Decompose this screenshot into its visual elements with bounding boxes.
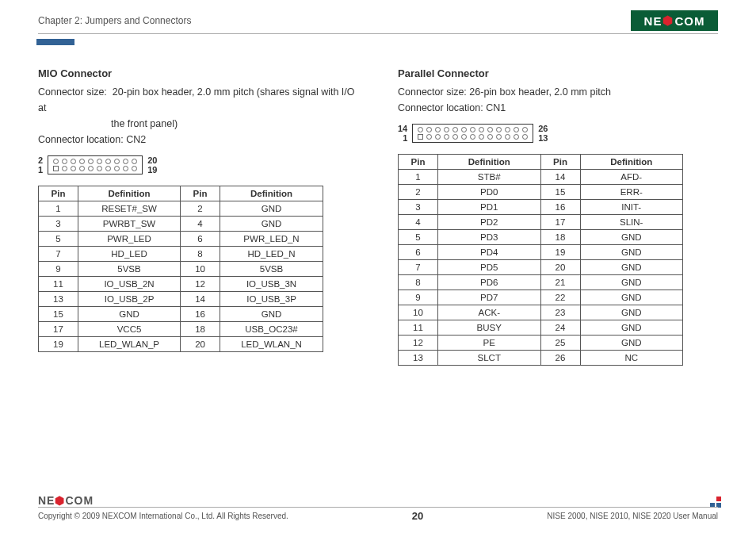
cell: 23 [540, 305, 580, 320]
parallel-desc: Connector size: 26-pin box header, 2.0 m… [398, 84, 718, 116]
cell: 24 [540, 320, 580, 336]
cell: 14 [540, 170, 580, 185]
pin-circle [452, 127, 458, 132]
cell: PD3 [438, 230, 541, 245]
par-diag-tr: 26 [538, 124, 548, 133]
cell: 17 [39, 322, 78, 337]
cell: HD_LED [78, 247, 181, 262]
parallel-diagram: 14 1 26 13 [398, 124, 718, 143]
cell: IO_USB_2P [78, 292, 181, 307]
cell: 13 [399, 351, 438, 366]
th-pin2: Pin [181, 186, 220, 201]
cell: PD5 [438, 260, 541, 275]
cell: VCC5 [78, 322, 181, 337]
cell: 15 [39, 307, 78, 322]
pin-circle [88, 166, 94, 171]
cell: GND [220, 217, 323, 232]
mio-size-label: Connector size: [38, 86, 107, 98]
pin-square [53, 166, 59, 171]
cell: RESET#_SW [78, 201, 181, 217]
cell: GND [580, 275, 683, 290]
pin-circle [522, 134, 528, 140]
table-row: 11IO_USB_2N12IO_USB_3N [39, 277, 323, 292]
pin-circle [461, 127, 467, 132]
pin-circle [479, 134, 484, 140]
table-row: 15GND16GND [39, 307, 323, 322]
cell: 19 [540, 245, 580, 260]
cell: 15 [540, 185, 580, 200]
cell: 13 [39, 292, 78, 307]
pin-circle [514, 134, 519, 140]
cell: 6 [399, 245, 438, 260]
mio-diag-br: 19 [147, 165, 157, 174]
cell: GND [580, 320, 683, 336]
parallel-table: Pin Definition Pin Definition 1STB#14AFD… [398, 154, 683, 366]
cell: INIT- [580, 200, 683, 215]
table-row: 1STB#14AFD- [399, 170, 683, 185]
cell: 5VSB [220, 262, 323, 277]
cell: 5VSB [78, 262, 181, 277]
parallel-pinbox [412, 124, 533, 143]
th-pin: Pin [399, 155, 438, 170]
cell: 11 [39, 277, 78, 292]
table-row: 10ACK-23GND [399, 305, 683, 320]
cell: 22 [540, 290, 580, 305]
th-def: Definition [78, 186, 181, 201]
table-row: 13IO_USB_2P14IO_USB_3P [39, 292, 323, 307]
parallel-title: Parallel Connector [398, 67, 718, 79]
accent-bar [36, 39, 74, 45]
cell: NC [580, 351, 683, 366]
right-column: Parallel Connector Connector size: 26-pi… [398, 67, 718, 366]
pin-circle [79, 159, 85, 164]
pin-circle [62, 166, 67, 171]
table-row: 4PD217SLIN- [399, 215, 683, 230]
th-pin2: Pin [540, 155, 580, 170]
cell: 2 [181, 201, 220, 217]
table-row: 19LED_WLAN_P20LED_WLAN_N [39, 337, 323, 352]
cell: 9 [39, 262, 78, 277]
mio-diag-tr: 20 [147, 155, 157, 165]
pin-circle [79, 166, 85, 171]
cell: 7 [39, 247, 78, 262]
pin-square [418, 134, 423, 140]
cell: ERR- [580, 185, 683, 200]
content-area: MIO Connector Connector size: 20-pin box… [38, 67, 718, 366]
th-def2: Definition [220, 186, 323, 201]
cell: 20 [540, 260, 580, 275]
cell: 4 [399, 215, 438, 230]
cell: GND [580, 260, 683, 275]
cell: 2 [399, 185, 438, 200]
cell: GND [220, 307, 323, 322]
cell: PWR_LED [78, 232, 181, 247]
table-row: 5PD318GND [399, 230, 683, 245]
pin-circle [487, 127, 493, 132]
pin-circle [514, 127, 519, 132]
pin-circle [496, 127, 502, 132]
pin-circle [435, 134, 441, 140]
pin-circle [53, 159, 59, 164]
left-column: MIO Connector Connector size: 20-pin box… [38, 67, 358, 366]
cell: 16 [181, 307, 220, 322]
cell: 8 [399, 275, 438, 290]
cell: USB_OC23# [220, 322, 323, 337]
pin-circle [426, 127, 432, 132]
pin-circle [487, 134, 493, 140]
pin-circle [479, 127, 484, 132]
cell: GND [580, 290, 683, 305]
cell: 3 [399, 200, 438, 215]
pin-circle [470, 127, 475, 132]
mio-table: Pin Definition Pin Definition 1RESET#_SW… [38, 186, 323, 352]
pin-circle [114, 166, 120, 171]
cell: 4 [181, 217, 220, 232]
cell: 18 [181, 322, 220, 337]
table-row: 7HD_LED8HD_LED_N [39, 247, 323, 262]
cell: GND [580, 305, 683, 320]
table-row: 1RESET#_SW2GND [39, 201, 323, 217]
manual-name: NISE 2000, NISE 2010, NISE 2020 User Man… [547, 512, 718, 520]
par-diag-br: 13 [538, 133, 548, 143]
cell: GND [78, 307, 181, 322]
pin-circle [452, 134, 458, 140]
pin-circle [444, 134, 449, 140]
mio-desc: Connector size: 20-pin box header, 2.0 m… [38, 84, 358, 148]
mio-diag-tl: 2 [38, 155, 43, 165]
